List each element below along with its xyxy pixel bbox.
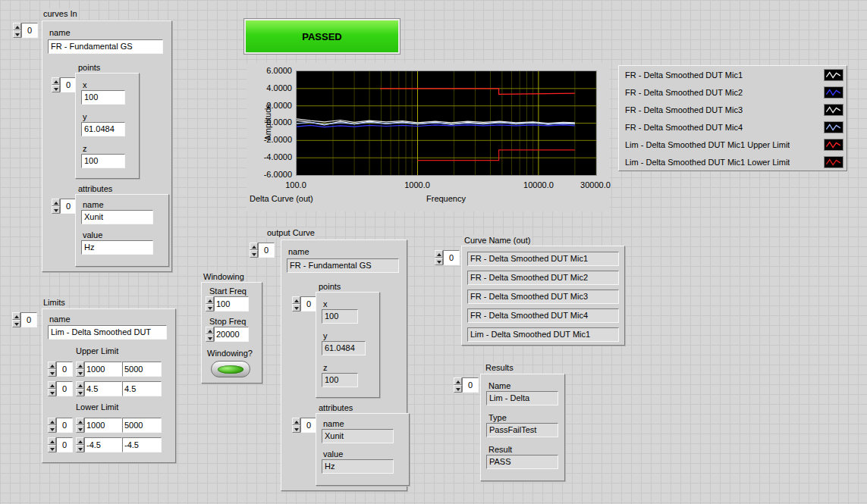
decrement-arrow[interactable] <box>206 334 214 342</box>
increment-arrow[interactable] <box>13 23 21 30</box>
index-value[interactable]: 0 <box>60 77 77 92</box>
attributes-index[interactable]: 0 <box>52 199 77 214</box>
value-spinner[interactable] <box>76 418 84 433</box>
output-curve-index[interactable]: 0 <box>250 243 275 258</box>
points-index[interactable]: 0 <box>292 296 317 311</box>
freq-value-field[interactable]: 5000 <box>122 362 162 377</box>
decrement-arrow[interactable] <box>76 425 84 433</box>
increment-arrow[interactable] <box>76 418 84 425</box>
decrement-arrow[interactable] <box>13 30 21 38</box>
increment-arrow[interactable] <box>12 312 20 320</box>
index-spinner[interactable] <box>12 312 20 327</box>
y-field[interactable]: 61.0484 <box>81 122 125 136</box>
legend-item[interactable]: Lim - Delta Smoothed DUT Mic1 Upper Limi… <box>619 136 847 153</box>
index-value[interactable]: 0 <box>56 437 73 452</box>
increment-arrow[interactable] <box>52 199 60 206</box>
limits-index[interactable]: 0 <box>12 312 37 327</box>
index-value[interactable]: 0 <box>56 381 73 396</box>
x-field[interactable]: 100 <box>81 90 125 105</box>
amplitude-value-field[interactable]: -4.5 <box>122 437 162 452</box>
plot-line-icon[interactable] <box>824 69 843 81</box>
index-value[interactable]: 0 <box>56 418 73 433</box>
value-spinner[interactable] <box>206 327 214 342</box>
legend-item[interactable]: FR - Delta Smoothed DUT Mic2 <box>619 83 847 101</box>
increment-arrow[interactable] <box>76 381 84 389</box>
decrement-arrow[interactable] <box>76 369 84 377</box>
amplitude-value-field[interactable]: 4.5 <box>122 381 162 396</box>
curves-in-index[interactable]: 0 <box>13 23 38 38</box>
index-value[interactable]: 0 <box>60 199 77 214</box>
curve-name-field[interactable]: FR - Fundamental GS <box>48 39 163 54</box>
limit-name-field[interactable]: Lim - Delta Smoothed DUT <box>48 325 167 340</box>
increment-arrow[interactable] <box>206 327 214 334</box>
increment-arrow[interactable] <box>48 437 56 445</box>
index-spinner[interactable] <box>48 381 56 396</box>
freq-value-field[interactable]: 1000 <box>84 418 122 433</box>
windowing-toggle[interactable] <box>211 361 250 377</box>
increment-arrow[interactable] <box>250 243 258 250</box>
freq-value-field[interactable]: 1000 <box>84 362 122 377</box>
value-spinner[interactable] <box>76 381 84 396</box>
decrement-arrow[interactable] <box>454 385 462 393</box>
index-value[interactable]: 0 <box>258 243 275 258</box>
index-spinner[interactable] <box>48 418 56 433</box>
index-value[interactable]: 0 <box>300 418 317 433</box>
start-freq-field[interactable]: 100 <box>214 296 249 311</box>
decrement-arrow[interactable] <box>292 304 300 311</box>
increment-arrow[interactable] <box>48 381 56 389</box>
plot-line-icon[interactable] <box>824 86 843 99</box>
increment-arrow[interactable] <box>52 77 60 85</box>
decrement-arrow[interactable] <box>48 369 56 377</box>
decrement-arrow[interactable] <box>48 389 56 396</box>
increment-arrow[interactable] <box>76 362 84 369</box>
index-value[interactable]: 0 <box>20 312 37 327</box>
index-spinner[interactable] <box>292 296 300 311</box>
legend-item[interactable]: FR - Delta Smoothed DUT Mic4 <box>619 118 847 136</box>
increment-arrow[interactable] <box>206 296 214 304</box>
index-spinner[interactable] <box>435 250 443 265</box>
legend-item[interactable]: FR - Delta Smoothed DUT Mic3 <box>619 101 847 118</box>
attr-name-field[interactable]: Xunit <box>81 210 153 224</box>
index-value[interactable]: 0 <box>56 362 73 377</box>
results-index[interactable]: 0 <box>454 377 479 393</box>
decrement-arrow[interactable] <box>250 250 258 258</box>
index-spinner[interactable] <box>52 77 60 92</box>
freq-value-field[interactable]: 5000 <box>122 418 162 433</box>
decrement-arrow[interactable] <box>435 258 443 265</box>
index-spinner[interactable] <box>250 243 258 258</box>
amplitude-value-field[interactable]: 4.5 <box>84 381 122 396</box>
legend-item[interactable]: Lim - Delta Smoothed DUT Mic1 Lower Limi… <box>619 153 847 171</box>
points-index[interactable]: 0 <box>52 77 77 92</box>
decrement-arrow[interactable] <box>12 320 20 327</box>
plot-line-icon[interactable] <box>824 156 843 168</box>
value-spinner[interactable] <box>76 437 84 452</box>
index-spinner[interactable] <box>48 437 56 452</box>
index-spinner[interactable] <box>48 362 56 377</box>
value-spinner[interactable] <box>206 296 214 311</box>
decrement-arrow[interactable] <box>206 304 214 311</box>
decrement-arrow[interactable] <box>292 425 300 433</box>
plot-line-icon[interactable] <box>824 121 843 133</box>
value-spinner[interactable] <box>76 362 84 377</box>
attributes-index[interactable]: 0 <box>292 418 317 433</box>
z-field[interactable]: 100 <box>81 154 125 168</box>
index-spinner[interactable] <box>13 23 21 38</box>
increment-arrow[interactable] <box>292 418 300 425</box>
increment-arrow[interactable] <box>76 437 84 445</box>
increment-arrow[interactable] <box>48 418 56 425</box>
decrement-arrow[interactable] <box>52 206 60 214</box>
plot-line-icon[interactable] <box>824 104 843 116</box>
decrement-arrow[interactable] <box>76 389 84 396</box>
index-spinner[interactable] <box>454 377 462 393</box>
index-value[interactable]: 0 <box>462 377 479 393</box>
index-value[interactable]: 0 <box>443 250 460 265</box>
index-value[interactable]: 0 <box>300 296 317 311</box>
decrement-arrow[interactable] <box>48 445 56 452</box>
index-spinner[interactable] <box>52 199 60 214</box>
plot-line-icon[interactable] <box>824 139 843 151</box>
increment-arrow[interactable] <box>292 296 300 304</box>
curve-name-out-index[interactable]: 0 <box>435 250 460 265</box>
increment-arrow[interactable] <box>435 250 443 258</box>
decrement-arrow[interactable] <box>48 425 56 433</box>
increment-arrow[interactable] <box>454 377 462 385</box>
